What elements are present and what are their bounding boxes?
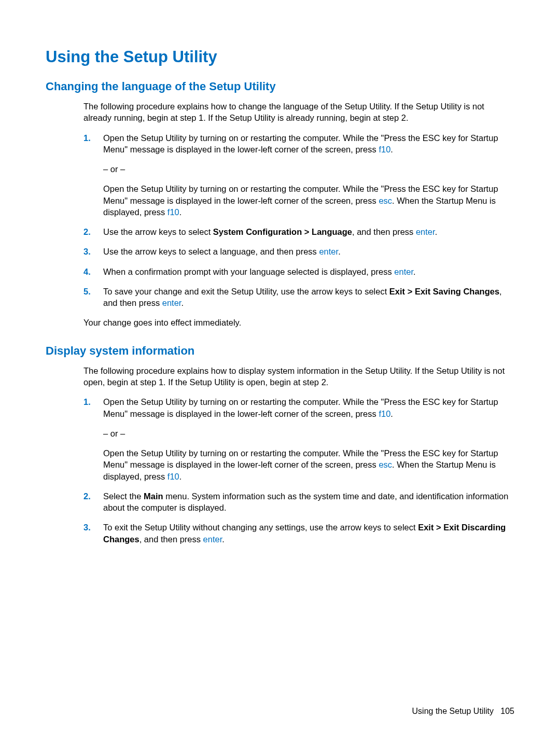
step-number: 3. bbox=[83, 522, 91, 533]
page-title: Using the Setup Utility bbox=[46, 48, 514, 66]
step-text: . bbox=[179, 472, 182, 481]
closing-paragraph: Your change goes into effect immediately… bbox=[83, 317, 514, 328]
step-text: , and then press bbox=[139, 535, 203, 544]
step-text: . bbox=[179, 207, 182, 217]
step-text: . bbox=[435, 227, 438, 236]
step-1: 1. Open the Setup Utility by turning on … bbox=[83, 132, 514, 218]
key-f10: f10 bbox=[167, 472, 179, 481]
intro-paragraph: The following procedure explains how to … bbox=[83, 365, 514, 388]
step-text: . bbox=[390, 409, 393, 418]
steps-list: 1. Open the Setup Utility by turning on … bbox=[83, 396, 514, 545]
step-3: 3. To exit the Setup Utility without cha… bbox=[83, 522, 514, 545]
key-enter: enter bbox=[162, 298, 181, 307]
key-f10: f10 bbox=[167, 207, 179, 217]
or-separator: – or – bbox=[103, 163, 514, 175]
step-number: 2. bbox=[83, 490, 91, 502]
step-text: . bbox=[181, 298, 184, 307]
step-text: . bbox=[413, 267, 416, 276]
step-text: To exit the Setup Utility without changi… bbox=[103, 523, 418, 532]
intro-paragraph: The following procedure explains how to … bbox=[83, 101, 514, 124]
step-text: . bbox=[222, 535, 225, 544]
step-text: menu. System information such as the sys… bbox=[103, 491, 508, 512]
section-title: Display system information bbox=[46, 344, 514, 358]
step-text: . bbox=[338, 247, 341, 256]
or-separator: – or – bbox=[103, 428, 514, 439]
step-3: 3. Use the arrow keys to select a langua… bbox=[83, 246, 514, 257]
step-number: 1. bbox=[83, 132, 91, 144]
page-number: 105 bbox=[500, 707, 514, 715]
step-text: , and then press bbox=[352, 227, 416, 236]
key-esc: esc bbox=[379, 196, 392, 205]
menu-path: System Configuration > Language bbox=[213, 227, 352, 236]
step-number: 1. bbox=[83, 396, 91, 407]
key-enter: enter bbox=[203, 535, 222, 544]
key-esc: esc bbox=[379, 460, 392, 469]
step-number: 4. bbox=[83, 266, 91, 277]
step-5: 5. To save your change and exit the Setu… bbox=[83, 286, 514, 309]
step-text: Select the bbox=[103, 491, 144, 501]
step-text: When a confirmation prompt with your lan… bbox=[103, 267, 394, 276]
section-display-system-info: Display system information The following… bbox=[46, 344, 514, 545]
step-text: Use the arrow keys to select bbox=[103, 227, 213, 236]
key-enter: enter bbox=[319, 247, 338, 256]
key-enter: enter bbox=[394, 267, 413, 276]
page-footer: Using the Setup Utility 105 bbox=[412, 707, 514, 716]
key-enter: enter bbox=[416, 227, 435, 236]
step-4: 4. When a confirmation prompt with your … bbox=[83, 266, 514, 277]
key-f10: f10 bbox=[379, 409, 390, 418]
step-text: Open the Setup Utility by turning on or … bbox=[103, 133, 498, 154]
menu-path: Exit > Exit Saving Changes bbox=[389, 287, 499, 296]
step-number: 2. bbox=[83, 226, 91, 237]
step-text: . bbox=[390, 145, 393, 154]
footer-title: Using the Setup Utility bbox=[412, 707, 494, 715]
step-number: 5. bbox=[83, 286, 91, 297]
section-title: Changing the language of the Setup Utili… bbox=[46, 80, 514, 93]
step-1: 1. Open the Setup Utility by turning on … bbox=[83, 396, 514, 482]
key-f10: f10 bbox=[379, 145, 390, 154]
section-changing-language: Changing the language of the Setup Utili… bbox=[46, 80, 514, 329]
step-2: 2. Use the arrow keys to select System C… bbox=[83, 226, 514, 237]
step-text: Use the arrow keys to select a language,… bbox=[103, 247, 319, 256]
step-number: 3. bbox=[83, 246, 91, 257]
step-text-alt: Open the Setup Utility by turning on or … bbox=[103, 183, 514, 218]
step-text: To save your change and exit the Setup U… bbox=[103, 287, 389, 296]
step-text: Open the Setup Utility by turning on or … bbox=[103, 397, 498, 418]
steps-list: 1. Open the Setup Utility by turning on … bbox=[83, 132, 514, 309]
menu-name: Main bbox=[144, 491, 163, 501]
step-2: 2. Select the Main menu. System informat… bbox=[83, 490, 514, 514]
step-text-alt: Open the Setup Utility by turning on or … bbox=[103, 447, 514, 482]
